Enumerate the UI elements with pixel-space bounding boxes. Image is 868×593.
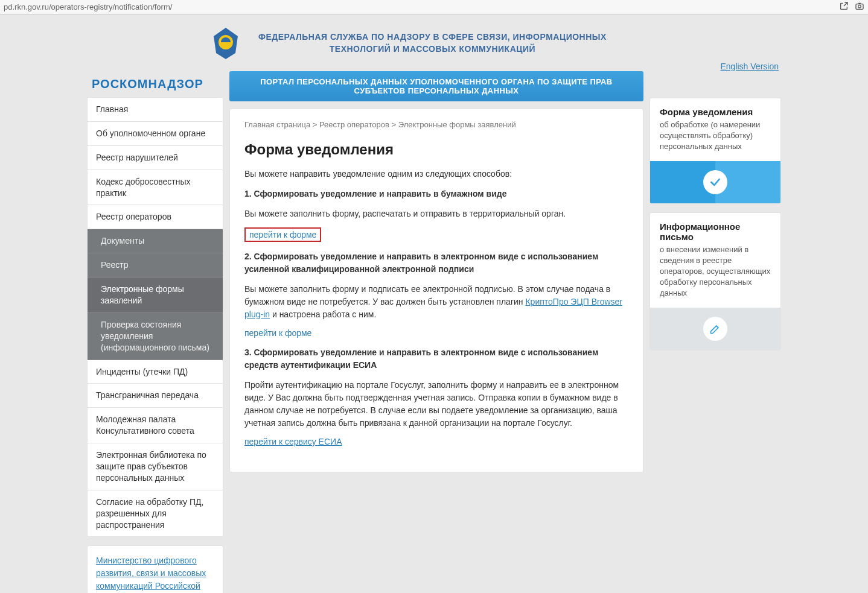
breadcrumb-current: Электронные формы заявлений [398,120,516,129]
section2-text: Вы можете заполнить форму и подписать ее… [244,283,628,321]
section1-text: Вы можете заполнить форму, распечатать и… [244,208,628,220]
widget2-sub: о внесении изменений в сведения в реестр… [660,244,771,299]
english-version-link[interactable]: English Version [720,62,779,71]
camera-icon[interactable] [855,1,864,13]
agency-title: ФЕДЕРАЛЬНАЯ СЛУЖБА ПО НАДЗОРУ В СФЕРЕ СВ… [258,31,607,55]
external-links-box: Министерство цифрового развития, связи и… [87,545,223,593]
breadcrumb-operators[interactable]: Реестр операторов [319,120,389,129]
sidebar-item-home[interactable]: Главная [88,98,223,122]
section3-title: 3. Сформировать уведомление и направить … [244,346,628,372]
ext-link-ministry[interactable]: Министерство цифрового развития, связи и… [96,554,214,593]
widget1-title: Форма уведомления [660,107,771,117]
go-to-form-paper-link[interactable]: перейти к форме [244,227,321,242]
sidebar-item-library[interactable]: Электронная библиотека по защите прав су… [88,443,223,490]
sidebar-item-code[interactable]: Кодекс добросовестных практик [88,170,223,206]
go-to-esia-link[interactable]: перейти к сервису ЕСИА [244,437,342,446]
sidebar-item-youth[interactable]: Молодежная палата Консультативного совет… [88,408,223,443]
site-header: ФЕДЕРАЛЬНАЯ СЛУЖБА ПО НАДЗОРУ В СФЕРЕ СВ… [208,19,781,65]
sidebar-sub-status[interactable]: Проверка состояния уведомления (информац… [88,313,223,360]
widget-info-letter[interactable]: Информационное письмо о внесении изменен… [649,212,781,350]
widget-notification-form[interactable]: Форма уведомления об обработке (о намере… [649,98,781,204]
check-icon [703,170,727,194]
go-to-form-eds-link[interactable]: перейти к форме [244,328,311,338]
widget2-tile [650,308,780,350]
breadcrumb: Главная страница > Реестр операторов > Э… [244,120,628,129]
main-content: Главная страница > Реестр операторов > Э… [229,109,643,472]
pencil-icon [703,317,727,341]
sidebar-item-consent[interactable]: Согласие на обработку ПД, разрешенных дл… [88,490,223,537]
share-icon[interactable] [839,1,849,13]
breadcrumb-home[interactable]: Главная страница [244,120,310,129]
sidebar-sub-documents[interactable]: Документы [88,229,223,253]
sidebar-item-incidents[interactable]: Инциденты (утечки ПД) [88,360,223,384]
sidebar-nav: Главная Об уполномоченном органе Реестр … [87,97,223,537]
widget1-tile [650,161,780,203]
section3-text: Пройти аутентификацию на портале Госуслу… [244,379,628,430]
address-bar[interactable]: pd.rkn.gov.ru/operators-registry/notific… [4,2,839,11]
section2-title: 2. Сформировать уведомление и направить … [244,250,628,276]
sidebar-item-crossborder[interactable]: Трансграничная передача [88,384,223,408]
emblem-icon [208,25,244,62]
widget1-sub: об обработке (о намерении осуществлять о… [660,119,771,153]
widget2-title: Информационное письмо [660,221,771,242]
sidebar-item-operators[interactable]: Реестр операторов [88,205,223,229]
sidebar-sub-registry[interactable]: Реестр [88,253,223,277]
svg-point-1 [858,5,861,8]
brand-logo[interactable]: РОСКОМНАДЗОР [87,71,223,97]
browser-chrome: pd.rkn.gov.ru/operators-registry/notific… [0,0,868,14]
intro-text: Вы можете направить уведомление одним из… [244,168,628,180]
sidebar-item-about[interactable]: Об уполномоченном органе [88,122,223,146]
sidebar-item-violators[interactable]: Реестр нарушителей [88,146,223,170]
portal-banner[interactable]: ПОРТАЛ ПЕРСОНАЛЬНЫХ ДАННЫХ УПОЛНОМОЧЕННО… [229,71,643,101]
page-title: Форма уведомления [244,141,628,158]
sidebar-sub-eforms[interactable]: Электронные формы заявлений [88,277,223,313]
section1-title: 1. Сформировать уведомление и направить … [244,188,628,200]
